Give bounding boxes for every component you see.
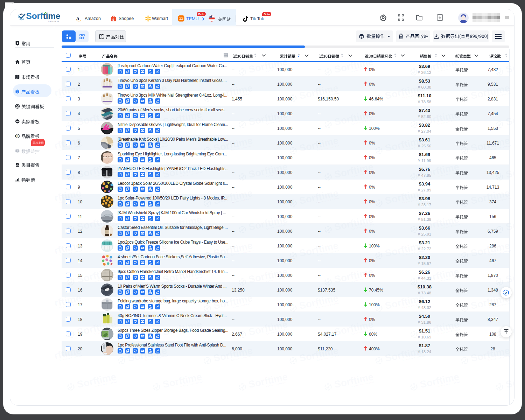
svg-text:S: S xyxy=(112,18,114,21)
svg-text:R: R xyxy=(16,135,18,137)
